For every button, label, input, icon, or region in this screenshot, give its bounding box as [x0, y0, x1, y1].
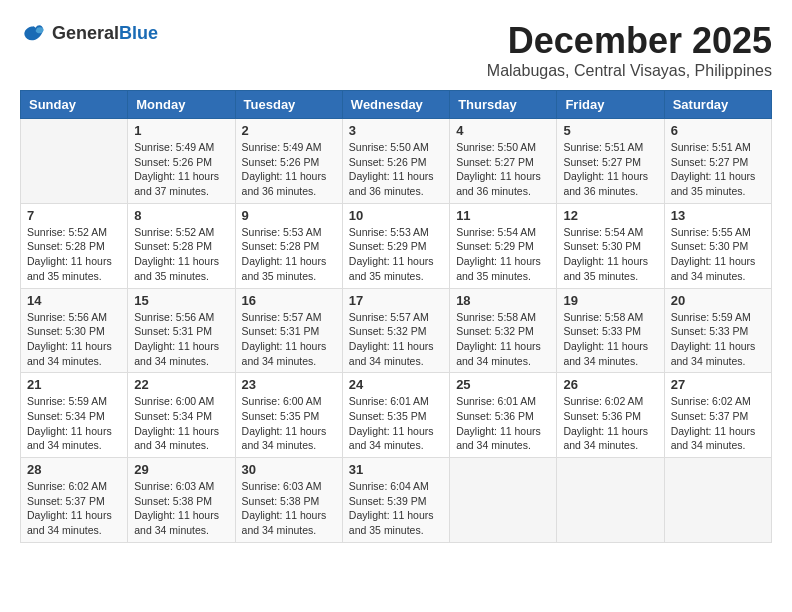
day-number: 13: [671, 208, 765, 223]
calendar-cell: 24Sunrise: 6:01 AMSunset: 5:35 PMDayligh…: [342, 373, 449, 458]
day-number: 14: [27, 293, 121, 308]
calendar-cell: 26Sunrise: 6:02 AMSunset: 5:36 PMDayligh…: [557, 373, 664, 458]
calendar-cell: [450, 458, 557, 543]
day-number: 29: [134, 462, 228, 477]
calendar-cell: 14Sunrise: 5:56 AMSunset: 5:30 PMDayligh…: [21, 288, 128, 373]
page-header: GeneralBlue December 2025 Malabugas, Cen…: [20, 20, 772, 80]
calendar-cell: 9Sunrise: 5:53 AMSunset: 5:28 PMDaylight…: [235, 203, 342, 288]
day-number: 10: [349, 208, 443, 223]
day-number: 4: [456, 123, 550, 138]
calendar-header-monday: Monday: [128, 91, 235, 119]
calendar-cell: 11Sunrise: 5:54 AMSunset: 5:29 PMDayligh…: [450, 203, 557, 288]
calendar-header-saturday: Saturday: [664, 91, 771, 119]
day-info: Sunrise: 5:50 AMSunset: 5:26 PMDaylight:…: [349, 140, 443, 199]
day-number: 15: [134, 293, 228, 308]
calendar-header-row: SundayMondayTuesdayWednesdayThursdayFrid…: [21, 91, 772, 119]
day-info: Sunrise: 6:00 AMSunset: 5:35 PMDaylight:…: [242, 394, 336, 453]
calendar-cell: [557, 458, 664, 543]
day-info: Sunrise: 5:52 AMSunset: 5:28 PMDaylight:…: [27, 225, 121, 284]
calendar-cell: 7Sunrise: 5:52 AMSunset: 5:28 PMDaylight…: [21, 203, 128, 288]
day-number: 18: [456, 293, 550, 308]
day-info: Sunrise: 5:59 AMSunset: 5:34 PMDaylight:…: [27, 394, 121, 453]
day-info: Sunrise: 6:00 AMSunset: 5:34 PMDaylight:…: [134, 394, 228, 453]
calendar-cell: 21Sunrise: 5:59 AMSunset: 5:34 PMDayligh…: [21, 373, 128, 458]
day-number: 6: [671, 123, 765, 138]
day-number: 20: [671, 293, 765, 308]
day-info: Sunrise: 6:02 AMSunset: 5:37 PMDaylight:…: [27, 479, 121, 538]
day-info: Sunrise: 5:54 AMSunset: 5:30 PMDaylight:…: [563, 225, 657, 284]
day-number: 5: [563, 123, 657, 138]
day-info: Sunrise: 5:59 AMSunset: 5:33 PMDaylight:…: [671, 310, 765, 369]
calendar-week-row: 1Sunrise: 5:49 AMSunset: 5:26 PMDaylight…: [21, 119, 772, 204]
day-number: 26: [563, 377, 657, 392]
calendar-cell: 5Sunrise: 5:51 AMSunset: 5:27 PMDaylight…: [557, 119, 664, 204]
day-number: 8: [134, 208, 228, 223]
calendar-cell: [21, 119, 128, 204]
day-info: Sunrise: 6:03 AMSunset: 5:38 PMDaylight:…: [242, 479, 336, 538]
calendar-cell: 3Sunrise: 5:50 AMSunset: 5:26 PMDaylight…: [342, 119, 449, 204]
day-info: Sunrise: 6:01 AMSunset: 5:36 PMDaylight:…: [456, 394, 550, 453]
calendar-cell: 30Sunrise: 6:03 AMSunset: 5:38 PMDayligh…: [235, 458, 342, 543]
day-number: 22: [134, 377, 228, 392]
calendar-cell: 22Sunrise: 6:00 AMSunset: 5:34 PMDayligh…: [128, 373, 235, 458]
location-subtitle: Malabugas, Central Visayas, Philippines: [487, 62, 772, 80]
day-info: Sunrise: 5:57 AMSunset: 5:31 PMDaylight:…: [242, 310, 336, 369]
calendar-cell: 18Sunrise: 5:58 AMSunset: 5:32 PMDayligh…: [450, 288, 557, 373]
day-info: Sunrise: 6:04 AMSunset: 5:39 PMDaylight:…: [349, 479, 443, 538]
day-info: Sunrise: 5:53 AMSunset: 5:28 PMDaylight:…: [242, 225, 336, 284]
day-info: Sunrise: 5:50 AMSunset: 5:27 PMDaylight:…: [456, 140, 550, 199]
calendar-cell: 4Sunrise: 5:50 AMSunset: 5:27 PMDaylight…: [450, 119, 557, 204]
calendar-week-row: 7Sunrise: 5:52 AMSunset: 5:28 PMDaylight…: [21, 203, 772, 288]
calendar-table: SundayMondayTuesdayWednesdayThursdayFrid…: [20, 90, 772, 543]
day-info: Sunrise: 5:52 AMSunset: 5:28 PMDaylight:…: [134, 225, 228, 284]
day-info: Sunrise: 5:51 AMSunset: 5:27 PMDaylight:…: [563, 140, 657, 199]
calendar-cell: 2Sunrise: 5:49 AMSunset: 5:26 PMDaylight…: [235, 119, 342, 204]
calendar-cell: 12Sunrise: 5:54 AMSunset: 5:30 PMDayligh…: [557, 203, 664, 288]
day-number: 3: [349, 123, 443, 138]
logo-bird-icon: [20, 20, 48, 48]
day-info: Sunrise: 5:58 AMSunset: 5:33 PMDaylight:…: [563, 310, 657, 369]
day-number: 9: [242, 208, 336, 223]
calendar-cell: 6Sunrise: 5:51 AMSunset: 5:27 PMDaylight…: [664, 119, 771, 204]
day-number: 24: [349, 377, 443, 392]
day-info: Sunrise: 5:49 AMSunset: 5:26 PMDaylight:…: [242, 140, 336, 199]
calendar-cell: 20Sunrise: 5:59 AMSunset: 5:33 PMDayligh…: [664, 288, 771, 373]
calendar-cell: 1Sunrise: 5:49 AMSunset: 5:26 PMDaylight…: [128, 119, 235, 204]
calendar-cell: 27Sunrise: 6:02 AMSunset: 5:37 PMDayligh…: [664, 373, 771, 458]
calendar-cell: 19Sunrise: 5:58 AMSunset: 5:33 PMDayligh…: [557, 288, 664, 373]
calendar-cell: 29Sunrise: 6:03 AMSunset: 5:38 PMDayligh…: [128, 458, 235, 543]
calendar-header-wednesday: Wednesday: [342, 91, 449, 119]
calendar-cell: [664, 458, 771, 543]
day-number: 27: [671, 377, 765, 392]
calendar-week-row: 28Sunrise: 6:02 AMSunset: 5:37 PMDayligh…: [21, 458, 772, 543]
day-info: Sunrise: 5:49 AMSunset: 5:26 PMDaylight:…: [134, 140, 228, 199]
logo-general-text: General: [52, 23, 119, 43]
day-number: 2: [242, 123, 336, 138]
day-info: Sunrise: 5:58 AMSunset: 5:32 PMDaylight:…: [456, 310, 550, 369]
logo-blue-text: Blue: [119, 23, 158, 43]
calendar-week-row: 21Sunrise: 5:59 AMSunset: 5:34 PMDayligh…: [21, 373, 772, 458]
calendar-cell: 23Sunrise: 6:00 AMSunset: 5:35 PMDayligh…: [235, 373, 342, 458]
calendar-header-tuesday: Tuesday: [235, 91, 342, 119]
calendar-header-thursday: Thursday: [450, 91, 557, 119]
day-number: 7: [27, 208, 121, 223]
calendar-header-friday: Friday: [557, 91, 664, 119]
day-info: Sunrise: 6:03 AMSunset: 5:38 PMDaylight:…: [134, 479, 228, 538]
day-number: 31: [349, 462, 443, 477]
calendar-cell: 10Sunrise: 5:53 AMSunset: 5:29 PMDayligh…: [342, 203, 449, 288]
day-number: 11: [456, 208, 550, 223]
day-info: Sunrise: 5:51 AMSunset: 5:27 PMDaylight:…: [671, 140, 765, 199]
calendar-header-sunday: Sunday: [21, 91, 128, 119]
calendar-cell: 31Sunrise: 6:04 AMSunset: 5:39 PMDayligh…: [342, 458, 449, 543]
title-area: December 2025 Malabugas, Central Visayas…: [487, 20, 772, 80]
day-info: Sunrise: 6:01 AMSunset: 5:35 PMDaylight:…: [349, 394, 443, 453]
day-info: Sunrise: 6:02 AMSunset: 5:36 PMDaylight:…: [563, 394, 657, 453]
day-info: Sunrise: 5:56 AMSunset: 5:31 PMDaylight:…: [134, 310, 228, 369]
day-number: 21: [27, 377, 121, 392]
calendar-cell: 17Sunrise: 5:57 AMSunset: 5:32 PMDayligh…: [342, 288, 449, 373]
day-number: 1: [134, 123, 228, 138]
day-number: 30: [242, 462, 336, 477]
day-info: Sunrise: 6:02 AMSunset: 5:37 PMDaylight:…: [671, 394, 765, 453]
day-info: Sunrise: 5:56 AMSunset: 5:30 PMDaylight:…: [27, 310, 121, 369]
day-info: Sunrise: 5:55 AMSunset: 5:30 PMDaylight:…: [671, 225, 765, 284]
